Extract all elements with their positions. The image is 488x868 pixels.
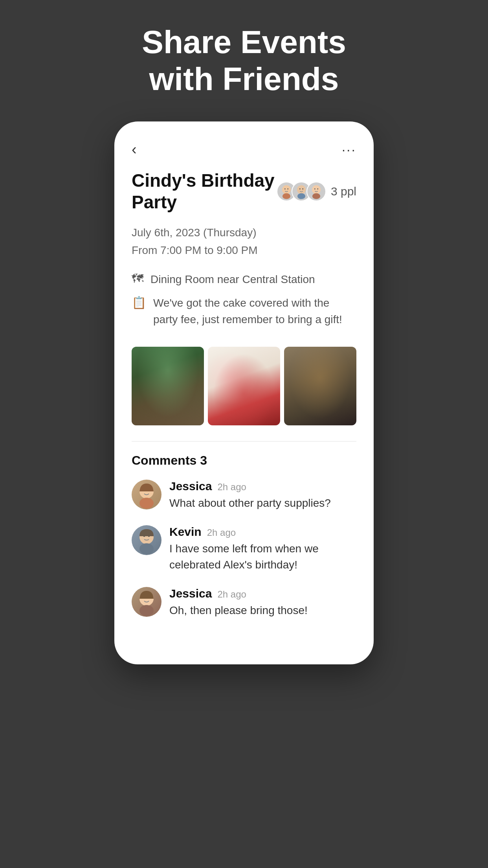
note-text: We've got the cake covered with the part… <box>153 295 356 328</box>
comment-item-2: Kevin 2h ago I have some left from when … <box>132 525 356 573</box>
comment-meta-3: Jessica 2h ago <box>169 587 356 600</box>
event-photo-3[interactable] <box>284 347 356 425</box>
svg-point-0 <box>282 185 291 194</box>
event-title-row: Cindy's Birthday Party <box>114 170 374 224</box>
svg-point-10 <box>317 188 318 189</box>
event-photo-1[interactable] <box>132 347 204 425</box>
comment-text-1: What about other party supplies? <box>169 495 356 511</box>
phone-mockup: ‹ ··· Cindy's Birthday Party <box>114 121 374 664</box>
svg-point-3 <box>283 193 290 199</box>
svg-point-5 <box>299 188 301 189</box>
svg-point-2 <box>287 188 288 189</box>
map-icon: 🗺 <box>132 272 143 285</box>
comment-item-1: Jessica 2h ago What about other party su… <box>132 480 356 511</box>
comment-author-1: Jessica <box>169 480 212 493</box>
comment-time-1: 2h ago <box>217 482 246 493</box>
svg-point-8 <box>312 185 321 194</box>
event-photos <box>114 343 374 437</box>
svg-point-1 <box>284 188 286 189</box>
svg-point-4 <box>297 185 306 194</box>
comment-author-2: Kevin <box>169 525 202 539</box>
comment-meta-2: Kevin 2h ago <box>169 525 356 539</box>
comment-body-3: Jessica 2h ago Oh, then please bring tho… <box>169 587 356 619</box>
comment-body-1: Jessica 2h ago What about other party su… <box>169 480 356 511</box>
event-date-line1: July 6th, 2023 (Thursday) <box>132 224 356 242</box>
comment-meta-1: Jessica 2h ago <box>169 480 356 493</box>
phone-nav-header: ‹ ··· <box>114 141 374 170</box>
attendees-count: 3 ppl <box>331 185 356 198</box>
svg-point-6 <box>302 188 303 189</box>
event-date-section: July 6th, 2023 (Thursday) From 7:00 PM t… <box>114 224 374 267</box>
attendees: 3 ppl <box>277 182 356 201</box>
svg-point-19 <box>139 543 154 554</box>
attendee-avatar-3 <box>306 182 326 201</box>
hero-title: Share Events with Friends <box>110 24 378 98</box>
svg-point-15 <box>139 498 154 509</box>
event-title: Cindy's Birthday Party <box>132 170 277 213</box>
comment-body-2: Kevin 2h ago I have some left from when … <box>169 525 356 573</box>
comment-item-3: Jessica 2h ago Oh, then please bring tho… <box>132 587 356 619</box>
comments-header: Comments 3 <box>132 453 356 468</box>
divider <box>132 441 356 441</box>
svg-point-23 <box>139 605 154 616</box>
comment-avatar-jessica-2 <box>132 587 161 617</box>
back-button[interactable]: ‹ <box>132 141 137 158</box>
note-icon: 📋 <box>132 296 146 309</box>
svg-point-11 <box>312 193 320 199</box>
event-date-line2: From 7:00 PM to 9:00 PM <box>132 242 356 259</box>
svg-point-9 <box>314 188 316 189</box>
comment-time-3: 2h ago <box>217 589 246 600</box>
comment-time-2: 2h ago <box>207 527 236 538</box>
event-photo-2[interactable] <box>208 347 280 425</box>
more-button[interactable]: ··· <box>342 142 356 157</box>
comment-avatar-jessica-1 <box>132 480 161 509</box>
event-details: 🗺 Dining Room near Central Station 📋 We'… <box>114 267 374 343</box>
note-row: 📋 We've got the cake covered with the pa… <box>132 295 356 328</box>
comment-text-2: I have some left from when we celebrated… <box>169 541 356 573</box>
comment-avatar-kevin <box>132 525 161 555</box>
location-row: 🗺 Dining Room near Central Station <box>132 271 356 288</box>
comment-text-3: Oh, then please bring those! <box>169 603 356 619</box>
svg-point-7 <box>297 193 305 199</box>
comments-section: Comments 3 Jessica 2h ago What about o <box>114 453 374 619</box>
comment-author-3: Jessica <box>169 587 212 600</box>
attendee-avatars <box>277 182 326 201</box>
location-text: Dining Room near Central Station <box>150 271 315 288</box>
